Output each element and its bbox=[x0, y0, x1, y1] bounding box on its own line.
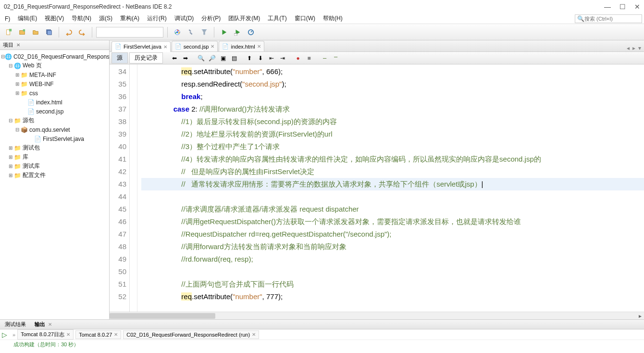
quicksearch-input[interactable] bbox=[584, 16, 640, 22]
tab-next-icon[interactable]: ▸ bbox=[632, 45, 635, 51]
tree-pkg[interactable]: ⊟📦com.qdu.servlet bbox=[1, 125, 108, 134]
menu-team[interactable]: 团队开发(M) bbox=[225, 13, 263, 24]
nav-back-button[interactable]: ⬅ bbox=[170, 53, 179, 63]
scroll-right-icon[interactable]: ▸ bbox=[636, 312, 644, 319]
minimize-button[interactable]: — bbox=[604, 3, 611, 11]
tree-web[interactable]: ⊟🌐Web 页 bbox=[1, 61, 108, 70]
bookmark-button[interactable]: ▤ bbox=[229, 53, 239, 63]
history-toggle[interactable]: 历史记录 bbox=[129, 52, 163, 63]
close-tab-icon[interactable]: ✕ bbox=[211, 44, 214, 49]
stop-macro-button[interactable]: ■ bbox=[304, 53, 314, 63]
maximize-button[interactable]: ☐ bbox=[619, 3, 626, 11]
find-button[interactable]: 🔍 bbox=[196, 53, 206, 63]
menu-file[interactable]: F) bbox=[2, 14, 13, 23]
close-explorer-tab[interactable]: ✕ bbox=[16, 42, 20, 48]
close-icon[interactable]: ✕ bbox=[66, 332, 70, 337]
tab-list-icon[interactable]: ▾ bbox=[638, 45, 641, 51]
code-editor[interactable]: 34353637383940414243444546474849505152 r… bbox=[110, 64, 644, 312]
folder-icon: 📁 bbox=[20, 80, 28, 88]
comment-button[interactable]: ⎼ bbox=[320, 53, 329, 63]
tree-testpkg[interactable]: ⊞📁测试包 bbox=[1, 143, 108, 152]
close-icon[interactable]: ✕ bbox=[252, 332, 256, 337]
source-toggle[interactable]: 源 bbox=[111, 52, 128, 63]
tree-config[interactable]: ⊞📁配置文件 bbox=[1, 171, 108, 180]
tree-css[interactable]: ⊞📁css bbox=[1, 88, 108, 98]
tree-index[interactable]: 📄index.html bbox=[1, 98, 108, 107]
output-subtabs: ▷ » Tomcat 8.0.27日志✕ Tomcat 8.0.27✕ C02_… bbox=[0, 329, 644, 340]
project-tab-label[interactable]: 项目 bbox=[3, 41, 13, 49]
clean-build-button[interactable] bbox=[198, 26, 210, 38]
folder-icon: 📁 bbox=[20, 89, 28, 97]
tree-first[interactable]: 📄FirstServlet.java bbox=[1, 134, 108, 143]
record-macro-button[interactable]: ● bbox=[293, 53, 303, 63]
file-tab-index[interactable]: 📄 index.html ✕ bbox=[219, 41, 264, 51]
debug-button[interactable] bbox=[232, 26, 243, 38]
menu-source[interactable]: 源(S) bbox=[96, 13, 115, 24]
scroll-thumb[interactable] bbox=[110, 313, 215, 319]
next-bookmark-button[interactable]: ⬇ bbox=[256, 53, 265, 63]
close-tab-icon[interactable]: ✕ bbox=[257, 44, 261, 49]
menu-help[interactable]: 帮助(H) bbox=[320, 13, 346, 24]
shift-right-button[interactable]: ⇥ bbox=[278, 53, 287, 63]
menu-tools[interactable]: 工具(T) bbox=[265, 13, 289, 24]
project-tree: ⊟🌐C02_D16_RequestForward_Respons ⊟🌐Web 页… bbox=[0, 50, 109, 182]
highlight-button[interactable]: ▣ bbox=[218, 53, 228, 63]
save-all-button[interactable] bbox=[43, 26, 55, 38]
output-sub-tomcat-log[interactable]: Tomcat 8.0.27日志✕ bbox=[17, 329, 74, 340]
fold-margin[interactable] bbox=[130, 64, 137, 312]
undo-button[interactable] bbox=[63, 26, 74, 38]
output-sub-run[interactable]: C02_D16_RequestForward_ResponseRedirect … bbox=[123, 330, 259, 339]
titlebar: 02_D16_RequestForward_ResponseRedirect -… bbox=[0, 0, 644, 13]
menu-navigate[interactable]: 导航(N) bbox=[69, 13, 94, 24]
menu-view[interactable]: 视图(V) bbox=[42, 13, 67, 24]
code-lines[interactable]: req.setAttribute("number", 666); resp.se… bbox=[137, 64, 644, 312]
find-prev-button[interactable]: 🔎 bbox=[207, 53, 217, 63]
browser-button[interactable] bbox=[172, 26, 183, 38]
prev-bookmark-button[interactable]: ⬆ bbox=[245, 53, 254, 63]
file-tab-firstservlet[interactable]: 📄 FirstServlet.java ✕ bbox=[111, 41, 171, 52]
tree-metainf[interactable]: ⊞📁META-INF bbox=[1, 70, 108, 79]
menu-refactor[interactable]: 重构(A) bbox=[117, 13, 142, 24]
menu-profile[interactable]: 分析(P) bbox=[198, 13, 223, 24]
tree-second[interactable]: 📄second.jsp bbox=[1, 107, 108, 116]
shift-left-button[interactable]: ⇤ bbox=[267, 53, 276, 63]
new-project-button[interactable] bbox=[16, 26, 28, 38]
nav-fwd-button[interactable]: ➡ bbox=[181, 53, 190, 63]
tree-webinf[interactable]: ⊞📁WEB-INF bbox=[1, 79, 108, 88]
tree-lib[interactable]: ⊞📁库 bbox=[1, 152, 108, 162]
output-tab-test[interactable]: 测试结果 bbox=[3, 320, 28, 328]
tree-srcpkg[interactable]: ⊟📁源包 bbox=[1, 116, 108, 125]
rerun-icon[interactable]: ▷ bbox=[2, 331, 11, 339]
run-button[interactable] bbox=[218, 26, 230, 38]
output-sub-tomcat[interactable]: Tomcat 8.0.27✕ bbox=[75, 330, 121, 339]
horizontal-scrollbar[interactable]: ◂ ▸ bbox=[110, 312, 644, 319]
window-title: 02_D16_RequestForward_ResponseRedirect -… bbox=[4, 3, 172, 10]
output-panel: 测试结果 输出 ✕ ▷ » Tomcat 8.0.27日志✕ Tomcat 8.… bbox=[0, 319, 644, 353]
html-icon: 📄 bbox=[27, 99, 35, 106]
tree-root[interactable]: ⊟🌐C02_D16_RequestForward_Respons bbox=[1, 52, 108, 61]
close-window-button[interactable]: ✕ bbox=[634, 3, 640, 11]
close-tab-icon[interactable]: ✕ bbox=[163, 44, 167, 50]
build-button[interactable] bbox=[185, 26, 197, 38]
close-icon[interactable]: ✕ bbox=[48, 322, 52, 327]
tree-testlib[interactable]: ⊞📁测试库 bbox=[1, 162, 108, 171]
file-tab-second[interactable]: 📄 second.jsp ✕ bbox=[172, 41, 218, 51]
quicksearch[interactable]: 🔍 bbox=[575, 14, 642, 23]
tab-prev-icon[interactable]: ◂ bbox=[627, 45, 630, 51]
menu-edit[interactable]: 编辑(E) bbox=[15, 13, 40, 24]
svg-rect-5 bbox=[48, 30, 52, 35]
menu-debug[interactable]: 调试(D) bbox=[172, 13, 197, 24]
svg-rect-3 bbox=[23, 29, 25, 31]
output-tab-output[interactable]: 输出 ✕ bbox=[33, 320, 54, 328]
html-icon: 📄 bbox=[222, 43, 229, 50]
uncomment-button[interactable]: ⎻ bbox=[331, 53, 340, 63]
run-config-dropdown[interactable] bbox=[96, 27, 163, 38]
close-icon[interactable]: ✕ bbox=[114, 332, 118, 337]
open-button[interactable] bbox=[30, 26, 41, 38]
redo-button[interactable] bbox=[76, 26, 88, 38]
menu-window[interactable]: 窗口(W) bbox=[292, 13, 318, 24]
menu-run[interactable]: 运行(R) bbox=[144, 13, 170, 24]
editor-area: 📄 FirstServlet.java ✕ 📄 second.jsp ✕ 📄 i… bbox=[110, 40, 644, 319]
profile-button[interactable] bbox=[245, 26, 257, 38]
new-file-button[interactable] bbox=[3, 26, 14, 38]
